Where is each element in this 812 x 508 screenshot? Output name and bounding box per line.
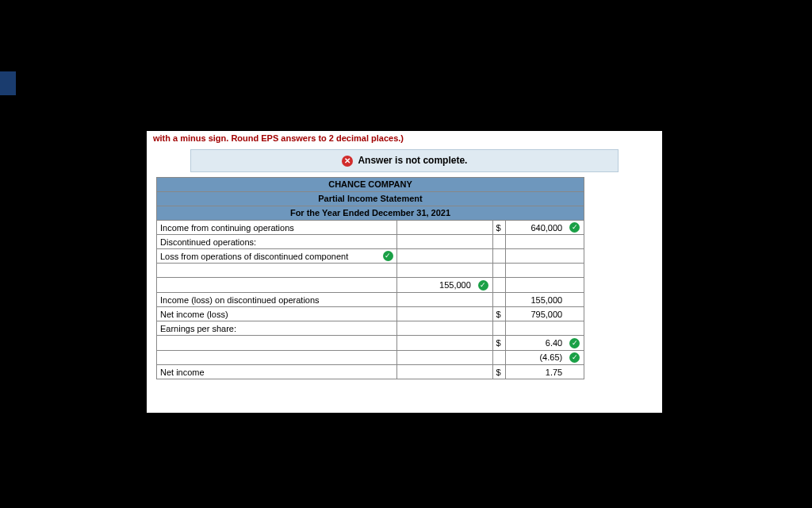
row-amount[interactable]: 795,000	[505, 307, 565, 321]
row-mid[interactable]	[396, 220, 473, 235]
hdr-title: Partial Income Statement	[157, 191, 584, 206]
row-label[interactable]: Loss from operations of discontinued com…	[157, 249, 397, 264]
row-mid-tick: ✓	[474, 278, 492, 293]
alert-text: Answer is not complete.	[358, 155, 467, 166]
table-row: Income (loss) on discontinued operations…	[157, 293, 584, 307]
left-accent-bar	[0, 71, 16, 95]
row-mid[interactable]: 155,000	[396, 278, 473, 293]
row-amount[interactable]: 155,000	[505, 293, 565, 307]
row-label[interactable]: Discontinued operations:	[157, 235, 397, 249]
table-row	[157, 264, 584, 278]
row-label-text: Loss from operations of discontinued com…	[160, 252, 348, 261]
table-row: Earnings per share:	[157, 321, 584, 336]
row-amount[interactable]: 640,000	[505, 220, 565, 235]
worksheet-page: with a minus sign. Round EPS answers to …	[147, 131, 662, 413]
row-currency: $	[492, 220, 505, 235]
row-amount[interactable]: 6.40	[505, 336, 565, 351]
table-row: $ 6.40 ✓	[157, 336, 584, 351]
check-icon: ✓	[569, 352, 580, 363]
row-label[interactable]: Net income (loss)	[157, 307, 397, 321]
table-row: Discontinued operations:	[157, 235, 584, 249]
instruction-text: with a minus sign. Round EPS answers to …	[147, 131, 662, 149]
row-tick: ✓	[565, 336, 584, 351]
check-icon: ✓	[569, 222, 580, 233]
table-row: Net income (loss) $ 795,000	[157, 307, 584, 321]
hdr-period: For the Year Ended December 31, 2021	[157, 206, 584, 220]
table-row: Income from continuing operations $ 640,…	[157, 220, 584, 235]
hdr-company: CHANCE COMPANY	[157, 177, 584, 191]
error-icon: ✕	[342, 156, 353, 167]
row-label[interactable]: Income from continuing operations	[157, 220, 397, 235]
row-amount[interactable]: 1.75	[505, 365, 565, 379]
row-label[interactable]: Net income	[157, 365, 397, 379]
check-icon: ✓	[478, 280, 488, 291]
income-statement-table: CHANCE COMPANY Partial Income Statement …	[156, 177, 584, 379]
row-label[interactable]: Income (loss) on discontinued operations	[157, 293, 397, 307]
check-icon: ✓	[383, 251, 393, 261]
row-mid-tick	[474, 220, 492, 235]
row-tick: ✓	[565, 350, 584, 365]
table-row: 155,000 ✓	[157, 278, 584, 293]
row-label[interactable]: Earnings per share:	[157, 321, 397, 336]
table-row: (4.65) ✓	[157, 350, 584, 365]
row-tick: ✓	[565, 220, 584, 235]
alert-incomplete: ✕ Answer is not complete.	[190, 149, 619, 172]
table-row: Loss from operations of discontinued com…	[157, 249, 584, 264]
row-amount[interactable]: (4.65)	[505, 350, 565, 365]
row-currency: $	[492, 365, 505, 379]
row-currency: $	[492, 307, 505, 321]
check-icon: ✓	[569, 338, 580, 348]
table-row: Net income $ 1.75	[157, 365, 584, 379]
row-currency: $	[492, 336, 505, 351]
